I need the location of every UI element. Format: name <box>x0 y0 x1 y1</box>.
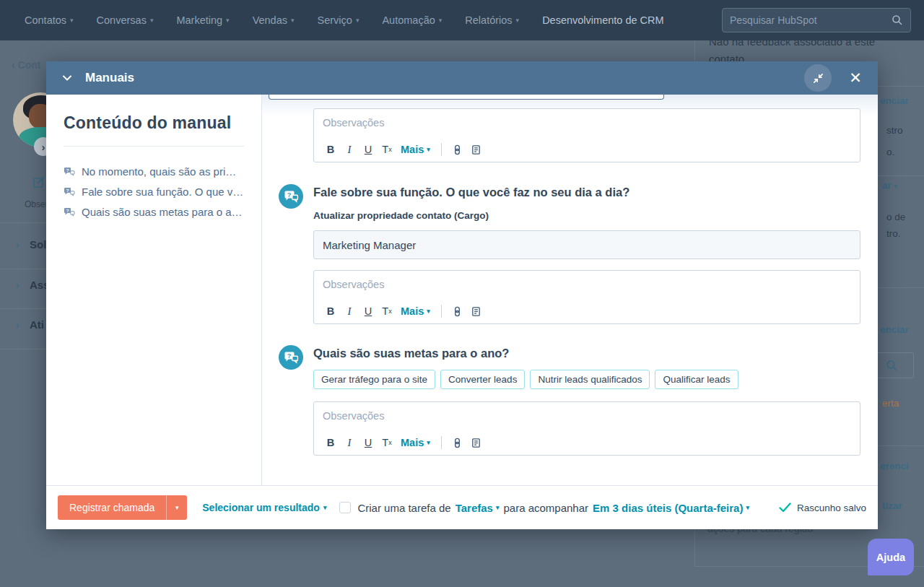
global-search[interactable] <box>722 8 911 32</box>
document-icon <box>471 438 481 448</box>
search-icon <box>886 360 898 372</box>
toc-item-3[interactable]: ? Quais são suas metas para o a… <box>64 206 244 218</box>
clear-formatting-button[interactable]: Tx <box>378 434 396 451</box>
draft-saved-status: Rascunho salvo <box>779 503 866 513</box>
chevron-down-icon: ▾ <box>291 17 295 24</box>
modal-footer: Registrar chamada ▾ Selecionar um result… <box>46 485 878 529</box>
bg-text-fragment: stro <box>886 125 903 136</box>
more-formatting-button[interactable]: Mais▾ <box>396 303 435 320</box>
minimize-button[interactable] <box>804 64 832 92</box>
bg-link-fragment[interactable]: tizar <box>882 500 902 511</box>
clear-formatting-button[interactable]: Tx <box>378 141 396 158</box>
top-navigation: Contatos▾ Conversas▾ Marketing▾ Vendas▾ … <box>0 0 924 40</box>
chevron-down-icon: ▾ <box>226 17 230 24</box>
notes-editor-2[interactable]: Observações B I U Tx Mais▾ <box>313 270 860 324</box>
insert-link-button[interactable] <box>448 434 467 451</box>
editor-toolbar: B I U Tx Mais▾ <box>321 303 486 320</box>
sidebar-section-ati[interactable]: ›Ati <box>16 318 44 331</box>
notes-placeholder: Observações <box>323 117 384 129</box>
question-bubble-icon: ? <box>64 186 75 198</box>
insert-link-button[interactable] <box>448 303 467 320</box>
question-bubble-icon: ? <box>64 166 75 178</box>
option-qualificar-leads[interactable]: Qualificar leads <box>655 370 738 389</box>
nav-item-relatorios[interactable]: Relatórios▾ <box>465 14 519 26</box>
question-title-3: Quais são suas metas para o ano? <box>313 347 509 360</box>
search-icon <box>892 14 903 26</box>
note-label: Obser <box>25 199 48 209</box>
modal-title: Manuais <box>85 71 804 85</box>
chevron-down-icon: ▾ <box>516 17 520 24</box>
option-nutrir-leads[interactable]: Nutrir leads qualificados <box>530 370 650 389</box>
option-gerar-trafego[interactable]: Gerar tráfego para o site <box>313 370 435 389</box>
underline-button[interactable]: U <box>359 434 378 451</box>
create-task-checkbox[interactable] <box>339 502 351 513</box>
svg-text:?: ? <box>287 352 292 360</box>
toc-item-1[interactable]: ? No momento, quais são as pri… <box>64 165 244 178</box>
bold-button[interactable]: B <box>321 141 340 158</box>
cargo-property-input[interactable] <box>313 230 860 259</box>
create-task-text: Criar uma tarefa de Tarefas▾ para acompa… <box>357 502 749 514</box>
underline-button[interactable]: U <box>359 303 378 320</box>
collapse-arrows-icon <box>812 72 824 84</box>
chevron-down-icon: ▾ <box>70 17 74 24</box>
nav-item-vendas[interactable]: Vendas▾ <box>253 14 295 26</box>
bg-search-box[interactable] <box>875 352 914 378</box>
italic-button[interactable]: I <box>340 141 359 158</box>
breadcrumb[interactable]: ‹ Cont <box>12 59 40 71</box>
edit-note-icon[interactable] <box>33 176 45 191</box>
bg-link-fragment[interactable]: enciar <box>880 95 909 106</box>
link-icon <box>452 438 463 448</box>
modal-body: Conteúdo do manual ? No momento, quais s… <box>46 95 878 485</box>
insert-snippet-button[interactable] <box>467 141 486 158</box>
nav-item-desenvolvimento-crm[interactable]: Desenvolvimento de CRM <box>542 14 663 26</box>
svg-text:?: ? <box>66 188 69 192</box>
nav-item-marketing[interactable]: Marketing▾ <box>176 14 229 26</box>
link-icon <box>452 144 463 155</box>
insert-link-button[interactable] <box>448 141 467 158</box>
bg-link-fragment[interactable]: enciar <box>880 324 909 335</box>
notes-editor-1[interactable]: Observações B I U Tx Mais▾ <box>313 108 860 162</box>
nav-item-servico[interactable]: Serviço▾ <box>318 14 359 26</box>
divider <box>441 305 442 318</box>
clear-formatting-button[interactable]: Tx <box>378 303 396 320</box>
divider <box>441 143 442 156</box>
italic-button[interactable]: I <box>340 303 359 320</box>
nav-item-contatos[interactable]: Contatos▾ <box>25 14 74 26</box>
chevron-right-icon: › <box>16 238 19 251</box>
task-queue-dropdown[interactable]: Tarefas▾ <box>456 502 500 514</box>
log-call-button[interactable]: Registrar chamada ▾ <box>58 495 187 520</box>
sidebar-section-ass[interactable]: ›Ass <box>16 279 50 291</box>
contents-heading: Conteúdo do manual <box>64 113 244 133</box>
help-button[interactable]: Ajuda <box>868 539 914 575</box>
partial-input-cutoff <box>269 95 664 100</box>
insert-snippet-button[interactable] <box>467 434 486 451</box>
more-formatting-button[interactable]: Mais▾ <box>396 141 435 158</box>
more-formatting-button[interactable]: Mais▾ <box>396 434 435 451</box>
toc-item-2[interactable]: ? Fale sobre sua função. O que v… <box>64 186 244 198</box>
underline-button[interactable]: U <box>359 141 378 158</box>
insert-snippet-button[interactable] <box>467 303 486 320</box>
bg-link-fragment[interactable]: erenci <box>880 461 909 471</box>
log-call-dropdown[interactable]: ▾ <box>166 495 187 520</box>
select-outcome-dropdown[interactable]: Selecionar um resultado▾ <box>202 502 326 513</box>
bold-button[interactable]: B <box>321 434 340 451</box>
search-input[interactable] <box>730 14 892 26</box>
question-bubble-icon: ? <box>279 184 303 209</box>
bg-link-fragment[interactable]: ar ▾ <box>882 180 897 191</box>
chevron-down-icon <box>61 72 73 84</box>
question-bubble-icon: ? <box>64 206 75 218</box>
italic-button[interactable]: I <box>340 434 359 451</box>
bold-button[interactable]: B <box>321 303 340 320</box>
bg-text-fragment: o de <box>886 212 905 222</box>
sidebar-section-sol[interactable]: ›Sol <box>16 238 46 251</box>
divider <box>64 146 244 147</box>
collapse-chevron-button[interactable] <box>58 69 77 87</box>
nav-item-automacao[interactable]: Automação▾ <box>382 14 442 26</box>
due-date-dropdown[interactable]: Em 3 dias úteis (Quarta-feira)▾ <box>593 502 749 514</box>
nav-item-conversas[interactable]: Conversas▾ <box>97 14 154 26</box>
option-converter-leads[interactable]: Converter leads <box>440 370 525 389</box>
close-icon[interactable]: ✕ <box>845 69 866 87</box>
property-update-label: Atualizar propriedade contato (Cargo) <box>313 210 489 221</box>
notes-editor-3[interactable]: Observações B I U Tx Mais▾ <box>313 401 860 456</box>
chevron-down-icon: ▾ <box>439 17 443 24</box>
